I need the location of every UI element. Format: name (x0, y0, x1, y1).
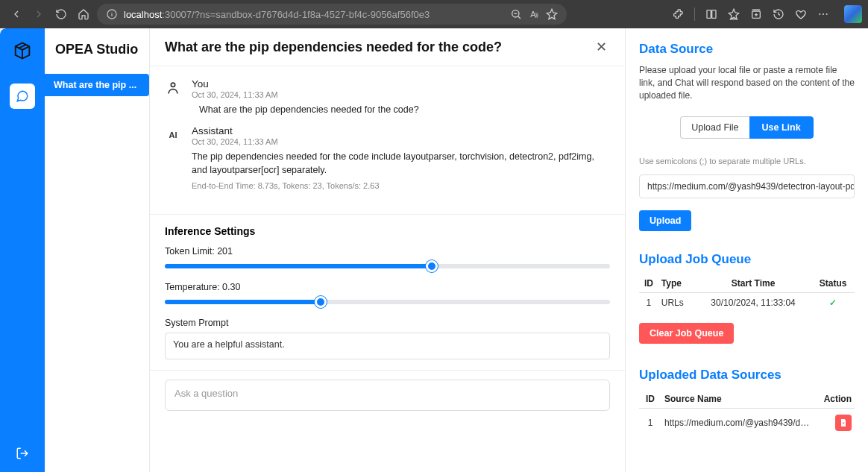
page-title: What are the pip dependencies needed for… (165, 40, 502, 55)
use-link-button[interactable]: Use Link (749, 116, 814, 139)
chat-nav-item[interactable] (10, 84, 35, 109)
svg-line-5 (518, 16, 521, 19)
browser-toolbar: localhost:30007/?ns=sandbox-d7676d4d-1f8… (0, 0, 868, 28)
copilot-icon[interactable] (844, 5, 862, 23)
user-avatar-icon (165, 80, 181, 96)
svg-point-16 (171, 83, 174, 86)
uploaded-sources-table: ID Source Name Action 1 https://medium.c… (639, 390, 855, 437)
url-host: localhost (124, 9, 162, 20)
delete-source-button[interactable] (835, 415, 852, 431)
clear-job-queue-button[interactable]: Clear Job Queue (639, 323, 734, 344)
conversation-tab[interactable]: What are the pip ... (45, 74, 149, 96)
right-panel: Data Source Please upload your local fil… (626, 28, 868, 472)
assistant-metrics: End-to-End Time: 8.73s, Tokens: 23, Toke… (192, 181, 610, 190)
toolbar-divider (694, 7, 695, 21)
forward-icon (33, 8, 45, 20)
app-logo-icon (12, 40, 33, 61)
table-row: 1 https://medium.com/@yash9439/detectr..… (639, 409, 855, 438)
col-id: ID (639, 274, 658, 293)
col-id: ID (639, 390, 661, 409)
token-limit-slider[interactable] (165, 264, 610, 268)
token-limit-label: Token Limit: 201 (165, 246, 610, 257)
address-bar[interactable]: localhost:30007/?ns=sandbox-d7676d4d-1f8… (97, 4, 567, 25)
table-row: 1 URLs 30/10/2024, 11:33:04 ✓ (639, 293, 855, 313)
user-timestamp: Oct 30, 2024, 11:33 AM (192, 90, 419, 99)
close-icon[interactable]: ✕ (593, 39, 610, 55)
col-type: Type (658, 274, 695, 293)
zoom-out-icon[interactable] (510, 8, 522, 20)
assistant-name: Assistant (192, 125, 610, 136)
inference-settings: Inference Settings Token Limit: 201 Temp… (150, 214, 625, 370)
settings-heading: Inference Settings (165, 225, 610, 237)
uploaded-sources-heading: Uploaded Data Sources (639, 368, 855, 383)
temperature-slider[interactable] (165, 300, 610, 304)
read-aloud-icon[interactable]: A)) (528, 8, 540, 20)
system-prompt-input[interactable]: You are a helpful assistant. (165, 333, 610, 359)
site-info-icon[interactable] (106, 8, 118, 20)
favorite-icon[interactable] (546, 8, 558, 20)
url-path: :30007/?ns=sandbox-d7676d4d-1f8a-4527-bf… (162, 9, 430, 20)
url-input[interactable]: https://medium.com/@yash9439/detectron-l… (639, 174, 855, 198)
assistant-text: The pip dependencies needed for the code… (192, 150, 610, 177)
browser-essentials-icon[interactable] (795, 8, 807, 20)
upload-button[interactable]: Upload (639, 210, 691, 231)
more-icon[interactable] (817, 8, 829, 20)
svg-point-14 (823, 13, 824, 15)
job-queue-table: ID Type Start Time Status 1 URLs 30/10/2… (639, 274, 855, 312)
assistant-message: AI Assistant Oct 30, 2024, 11:33 AM The … (165, 125, 610, 190)
col-source-name: Source Name (661, 390, 816, 409)
main-panel: What are the pip dependencies needed for… (149, 28, 626, 472)
assistant-avatar-icon: AI (165, 127, 181, 143)
extensions-icon[interactable] (672, 8, 684, 20)
history-icon[interactable] (773, 8, 784, 20)
nav-rail (0, 28, 45, 472)
job-queue-heading: Upload Job Queue (639, 252, 855, 267)
collections-icon[interactable] (750, 8, 762, 20)
assistant-timestamp: Oct 30, 2024, 11:33 AM (192, 137, 610, 146)
back-icon[interactable] (10, 8, 22, 20)
upload-file-button[interactable]: Upload File (680, 116, 749, 139)
data-source-desc: Please upload your local file or paste a… (639, 64, 855, 101)
home-icon[interactable] (78, 8, 89, 20)
ask-input[interactable]: Ask a question (165, 380, 610, 411)
svg-rect-7 (712, 10, 716, 19)
svg-point-13 (819, 13, 820, 15)
favorites-bar-icon[interactable] (728, 8, 740, 20)
logout-icon[interactable] (10, 441, 35, 466)
sidebar: OPEA Studio What are the pip ... (45, 28, 149, 472)
svg-point-15 (826, 13, 828, 15)
user-message: You Oct 30, 2024, 11:33 AM What are the … (165, 78, 610, 116)
check-icon: ✓ (829, 298, 837, 308)
brand-title: OPEA Studio (45, 28, 149, 74)
col-start: Start Time (695, 274, 812, 293)
user-name: You (192, 78, 419, 89)
svg-rect-6 (707, 10, 711, 19)
col-action: Action (816, 390, 855, 409)
url-hint: Use semicolons (;) to separate multiple … (639, 157, 855, 166)
temperature-label: Temperature: 0.30 (165, 282, 610, 292)
data-source-heading: Data Source (639, 42, 855, 57)
split-screen-icon[interactable] (705, 8, 717, 20)
system-prompt-label: System Prompt (165, 318, 610, 328)
reload-icon[interactable] (55, 8, 67, 20)
col-status: Status (811, 274, 855, 293)
user-text: What are the pip dependencies needed for… (199, 103, 419, 116)
